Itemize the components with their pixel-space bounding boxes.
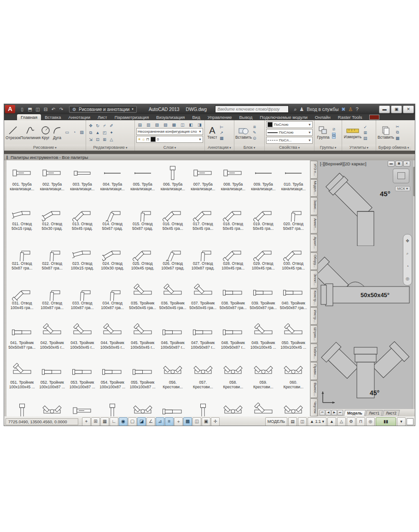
palette-item[interactable]: 053. Тройник100x100x87 ...: [67, 358, 98, 398]
prev-layout-icon[interactable]: ◀: [326, 410, 331, 415]
help-icon[interactable]: ?: [355, 106, 358, 112]
palette-item[interactable]: 042. Тройник100x50x45 г...: [37, 319, 68, 358]
layout-tab-Модель[interactable]: Модель: [344, 410, 366, 416]
palette-item[interactable]: [218, 398, 249, 416]
create-block-icon[interactable]: ⧈: [253, 124, 256, 129]
exchange-icon[interactable]: ✖: [341, 106, 345, 112]
palette-tab-Архит[interactable]: Архит...: [311, 234, 318, 252]
ribbon-tab-Вставка[interactable]: Вставка: [41, 114, 64, 120]
ribbon-tab-Raster Tools[interactable]: Raster Tools: [334, 114, 366, 120]
palette-item[interactable]: 009. Трубаканализаци...: [248, 160, 279, 200]
quick-select-icon[interactable]: ✓: [363, 125, 367, 129]
palette-item[interactable]: 039. Тройник50x50x87 гра...: [248, 279, 279, 319]
ribbon-tab-Управление[interactable]: Управление: [204, 114, 236, 120]
palette-item[interactable]: 002. Трубаканализаци...: [37, 160, 68, 200]
palette-item[interactable]: 044. Тройник100x50x45 г...: [98, 319, 128, 358]
group-edit-icon[interactable]: ⧉: [332, 133, 336, 139]
palette-item[interactable]: 019. Отвод50x45 гра...: [248, 200, 279, 240]
trim-tool-icon[interactable]: ⌿: [101, 123, 108, 129]
quick-calc-icon[interactable]: ⊞: [363, 130, 367, 135]
palette-tab-Чертеж[interactable]: Чертеж: [311, 398, 318, 416]
transparency-icon[interactable]: ▩: [183, 417, 192, 426]
stretch-tool-icon[interactable]: ⇲: [87, 136, 94, 143]
search-input[interactable]: [215, 105, 289, 113]
insert-block-button[interactable]: Вставить: [236, 126, 251, 140]
palette-item[interactable]: [279, 398, 309, 416]
palette-tab-Констр[interactable]: Констр...: [311, 289, 318, 307]
palette-item[interactable]: 055. Тройник100x100x87 ...: [128, 358, 158, 398]
linetype-combo[interactable]: ПоСл...▼: [266, 137, 313, 144]
palette-item[interactable]: [248, 398, 279, 416]
palette-item[interactable]: 056.Крестови...: [158, 358, 188, 398]
ellipse-tool-icon[interactable]: ◔: [71, 129, 78, 136]
qat-new-icon[interactable]: ▯: [19, 107, 25, 112]
move-tool-icon[interactable]: ✥: [87, 123, 94, 129]
annotation-scale-button[interactable]: ▲ 1:1 ▾: [308, 417, 326, 426]
paste-button[interactable]: Вставить: [378, 126, 394, 140]
palette-tab-Обору[interactable]: Обору...: [311, 252, 318, 270]
next-layout-icon[interactable]: ▶: [332, 410, 337, 415]
qat-undo-icon[interactable]: ↶: [50, 107, 57, 112]
model-space-button[interactable]: МОДЕЛЬ: [265, 417, 287, 426]
qat-redo-icon[interactable]: ↷: [58, 107, 64, 112]
match-props-icon[interactable]: ▩: [396, 136, 400, 140]
palette-item[interactable]: 023. Отвод100x15 град.: [67, 240, 98, 279]
edit-block-icon[interactable]: ✎: [253, 130, 256, 135]
layer-freeze-icon[interactable]: ▨: [163, 123, 168, 127]
palette-tab-Завис[interactable]: Завис...: [311, 197, 318, 215]
text-button[interactable]: А Текст: [206, 126, 218, 140]
osnap-icon[interactable]: ▢: [128, 417, 137, 426]
palette-item[interactable]: 049. Тройник100x100x45 ...: [248, 319, 279, 358]
array-tool-icon[interactable]: ⊞: [101, 136, 108, 143]
line-button[interactable]: Отрезок: [6, 125, 20, 140]
palette-item[interactable]: 024. Отвод100x30 град.: [98, 240, 128, 279]
last-layout-icon[interactable]: ⏭: [338, 410, 343, 415]
palette-item[interactable]: 046. Тройник100x50x87 г...: [158, 319, 188, 358]
minimize-button[interactable]: ▬: [379, 105, 390, 113]
status-menu-icon[interactable]: ▾: [397, 417, 406, 426]
polyline-button[interactable]: Полилиния: [22, 125, 39, 140]
panel-properties-label[interactable]: Свойства: [265, 145, 314, 151]
palette-item[interactable]: 008. Трубаканализаци...: [218, 160, 249, 200]
palette-item[interactable]: 045. Тройник100x50x45 г...: [128, 319, 158, 358]
signin-label[interactable]: Вход в службы: [307, 107, 338, 112]
palette-item[interactable]: 054. Тройник100x100x87 ...: [98, 358, 128, 398]
annot-monitor-icon[interactable]: ✛: [211, 417, 220, 426]
palette-item[interactable]: 050. Тройник100x100x45 ...: [279, 319, 309, 358]
otrack-icon[interactable]: ∠: [146, 417, 155, 426]
palette-item[interactable]: [7, 398, 37, 416]
ribbon-tab-Аннотации[interactable]: Аннотации: [64, 114, 94, 120]
palette-item[interactable]: [158, 398, 188, 416]
panel-modify-label[interactable]: Редактирование: [86, 145, 134, 151]
ribbon-tab-Онлайн[interactable]: Онлайн: [311, 114, 334, 120]
palette-item[interactable]: 058.Крестови...: [218, 358, 249, 398]
quick-props-icon[interactable]: ◫: [192, 417, 201, 426]
cut-icon[interactable]: ✂: [396, 124, 400, 129]
ribbon-tab-Главная[interactable]: Главная: [17, 114, 41, 120]
palette-item[interactable]: 051. Тройник100x100x45 ...: [7, 358, 37, 398]
erase-tool-icon[interactable]: ✐: [108, 123, 115, 129]
ribbon-tab-Подключаемые модули[interactable]: Подключаемые модули: [256, 114, 311, 120]
palette-item[interactable]: 014. Отвод50x67 град.: [98, 200, 128, 240]
ortho-icon[interactable]: ∟: [110, 417, 118, 426]
rotate-tool-icon[interactable]: ↻: [94, 123, 101, 129]
palette-item[interactable]: 026. Отвод100x67 град.: [158, 240, 188, 279]
palette-item[interactable]: 005. Трубаканализаци...: [128, 160, 158, 200]
hatch-tool-icon[interactable]: ▨: [78, 129, 85, 136]
lineweight-combo[interactable]: ПоСлою▼: [266, 129, 313, 136]
panel-layers-label[interactable]: Слои: [135, 145, 204, 151]
ribbon-tab-Вид[interactable]: Вид: [189, 114, 204, 120]
palette-item[interactable]: 040. Тройник50x50x87 гра...: [279, 279, 309, 319]
palette-item[interactable]: 041. Тройник50x50x87 гра...: [7, 319, 37, 358]
scale-tool-icon[interactable]: ⊡: [94, 136, 101, 143]
table-tool-icon[interactable]: ▦: [220, 136, 224, 140]
palette-item[interactable]: 038. Тройник50x50x87 гра...: [218, 279, 249, 319]
palette-item[interactable]: [188, 398, 218, 416]
palette-tab-Модел[interactable]: Модел...: [311, 179, 318, 197]
palette-tab-Вынос[interactable]: Вынос...: [311, 380, 318, 398]
workspace-switcher[interactable]: ⚙ Рисование и аннотации ▾: [69, 106, 137, 113]
grid-icon[interactable]: ▦: [100, 417, 109, 426]
layer-prev-icon[interactable]: ◧: [189, 123, 193, 127]
layer-properties-icon[interactable]: ▤: [138, 123, 142, 127]
palette-tab-Инстр[interactable]: Инстр...: [311, 307, 318, 325]
